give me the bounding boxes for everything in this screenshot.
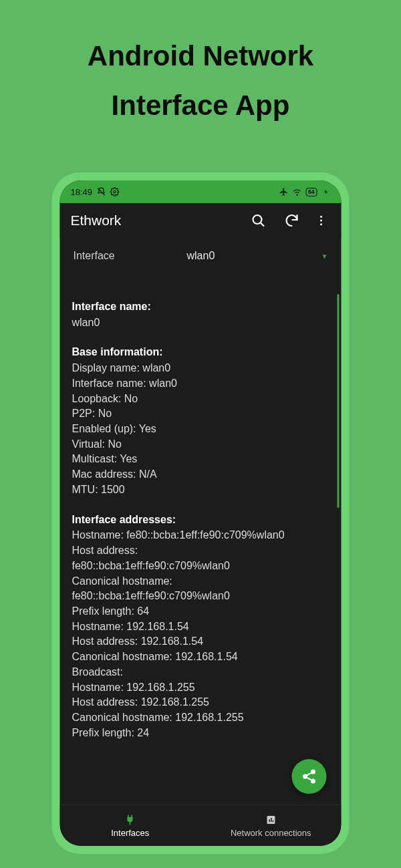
info-line: Mac address: N/A [72,467,329,482]
info-line: Broadcast: [72,665,329,680]
info-line: Multicast: Yes [72,452,329,467]
info-line: Canonical hostname: 192.168.1.54 [72,649,329,665]
svg-point-6 [320,223,322,225]
interface-dropdown[interactable]: Interface wlan0 ▼ [60,238,342,266]
nav-connections[interactable]: Network connections [200,805,342,846]
info-line: Host address: 192.168.1.255 [72,695,329,710]
dropdown-value: wlan0 [187,250,321,262]
app-bar: Ethwork [60,203,342,238]
status-bar: 18:49 64 [60,180,342,203]
gear-icon [110,187,119,196]
svg-rect-14 [271,818,272,822]
info-line: Prefix length: 24 [72,726,329,741]
search-button[interactable] [245,207,272,234]
charge-icon [321,187,331,196]
plug-icon [124,813,137,827]
nav-interfaces[interactable]: Interfaces [60,805,201,846]
chevron-down-icon: ▼ [321,253,328,260]
battery-pill: 64 [305,188,317,196]
info-line: Host address: 192.168.1.54 [72,634,329,649]
svg-rect-13 [269,819,270,822]
device-frame: 18:49 64 [52,172,350,854]
svg-point-4 [320,216,322,218]
promo-title: Android Network Interface App [0,0,401,122]
section-header: Base information: [72,345,329,360]
svg-rect-15 [273,821,274,822]
status-right: 64 [279,187,330,196]
dropdown-label: Interface [74,250,187,262]
info-line: Canonical hostname: 192.168.1.255 [72,710,329,726]
info-line: Display name: wlan0 [72,361,329,376]
info-line: Interface name: wlan0 [72,376,329,392]
content-area[interactable]: Interface name: wlan0 Base information: … [60,266,342,805]
section-header: Interface addresses: [72,513,329,528]
info-line: Canonical hostname: [72,574,329,589]
section-header: Interface name: [72,299,329,315]
info-line: fe80::bcba:1eff:fe90:c709%wlan0 [72,589,329,604]
bottom-nav: Interfaces Network connections [60,805,342,846]
svg-line-11 [307,777,312,780]
share-fab[interactable] [292,759,327,794]
status-time: 18:49 [71,187,93,197]
scrollbar[interactable] [338,294,340,508]
refresh-button[interactable] [279,207,305,234]
info-line: Host address: [72,543,329,559]
promo-line2: Interface App [0,90,401,122]
info-line: MTU: 1500 [72,482,329,498]
info-line: Prefix length: 64 [72,604,329,619]
status-left: 18:49 [71,187,120,197]
info-line: Hostname: 192.168.1.54 [72,619,329,635]
interface-name-value: wlan0 [72,315,329,331]
info-line: Virtual: No [72,437,329,452]
info-line: Enabled (up): Yes [72,422,329,437]
info-line: Loopback: No [72,392,329,407]
mute-icon [96,187,106,196]
device-screen: 18:49 64 [60,180,342,846]
svg-line-3 [261,223,264,226]
info-line: fe80::bcba:1eff:fe90:c709%wlan0 [72,559,329,574]
svg-line-10 [307,772,312,775]
info-line: Hostname: fe80::bcba:1eff:fe90:c709%wlan… [72,528,329,543]
nav-label: Interfaces [111,828,149,838]
info-line: Hostname: 192.168.1.255 [72,680,329,696]
more-button[interactable] [312,207,331,234]
app-title: Ethwork [71,212,239,229]
svg-point-1 [113,190,116,193]
svg-point-5 [320,220,322,222]
promo-line1: Android Network [0,40,401,72]
info-line: P2P: No [72,406,329,422]
nav-label: Network connections [231,828,311,838]
chart-icon [264,813,277,827]
wifi-icon [292,187,301,196]
airplane-icon [279,187,288,196]
